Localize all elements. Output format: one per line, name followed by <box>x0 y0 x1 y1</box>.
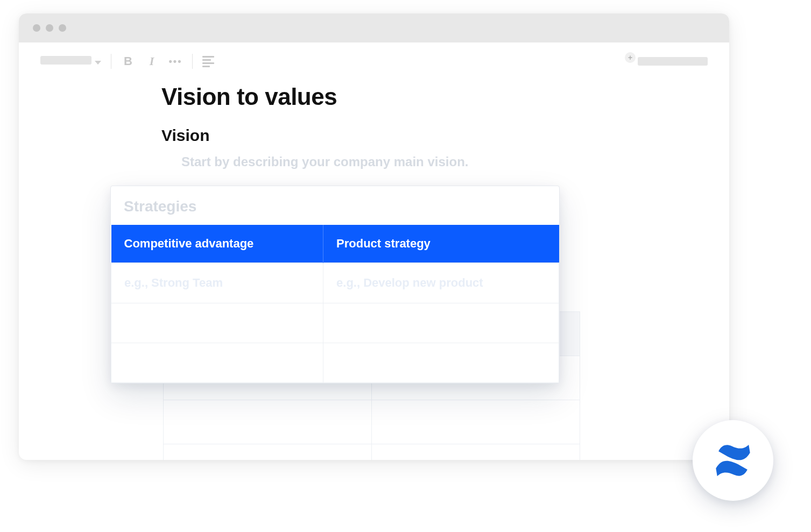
add-collaborator-icon[interactable]: + <box>625 52 636 63</box>
collaborator-avatar[interactable]: + <box>614 53 630 69</box>
window-dot-zoom[interactable] <box>59 24 66 32</box>
browser-frame: B I ••• + Vision to values Vision Start … <box>19 13 729 460</box>
italic-button[interactable]: I <box>145 54 159 68</box>
toolbar-separator <box>111 54 111 69</box>
product-badge <box>693 420 773 501</box>
strategies-col-product-strategy[interactable]: Product strategy <box>323 225 559 263</box>
confluence-icon <box>712 439 754 481</box>
strategies-cell[interactable] <box>111 303 323 343</box>
more-formatting-button[interactable]: ••• <box>168 59 182 64</box>
editor-toolbar: B I ••• + <box>19 42 729 80</box>
page-title[interactable]: Vision to values <box>161 83 708 110</box>
text-style-selector[interactable] <box>40 56 101 67</box>
strategies-card-title[interactable]: Strategies <box>111 186 559 225</box>
strategies-cell[interactable]: e.g., Strong Team <box>111 263 323 303</box>
strategies-cell[interactable] <box>323 303 559 343</box>
chevron-down-icon <box>95 61 101 65</box>
strategies-card: Strategies Competitive advantage Product… <box>110 186 560 384</box>
strategies-cell[interactable] <box>323 343 559 383</box>
vision-placeholder-text[interactable]: Start by describing your company main vi… <box>181 154 708 169</box>
strategies-cell[interactable]: e.g., Develop new product <box>323 263 559 303</box>
section-heading-vision[interactable]: Vision <box>161 126 708 145</box>
strategies-col-competitive-advantage[interactable]: Competitive advantage <box>111 225 323 263</box>
toolbar-left-group: B I ••• <box>40 54 214 69</box>
window-dot-minimize[interactable] <box>46 24 53 32</box>
window-titlebar <box>19 13 729 42</box>
bg-table-cell[interactable] <box>372 444 580 460</box>
share-button-placeholder[interactable] <box>638 57 708 66</box>
toolbar-right-group: + <box>614 53 708 69</box>
document-body[interactable]: Vision to values Vision Start by describ… <box>19 83 729 169</box>
bold-button[interactable]: B <box>121 54 135 68</box>
toolbar-separator <box>192 54 193 69</box>
align-left-icon[interactable] <box>202 56 214 67</box>
strategies-table[interactable]: Competitive advantage Product strategy e… <box>111 225 559 383</box>
strategies-cell[interactable] <box>111 343 323 383</box>
bg-table-cell[interactable] <box>164 400 372 444</box>
bg-table-cell[interactable] <box>372 400 580 444</box>
window-dot-close[interactable] <box>33 24 40 32</box>
bg-table-cell[interactable] <box>164 444 372 460</box>
